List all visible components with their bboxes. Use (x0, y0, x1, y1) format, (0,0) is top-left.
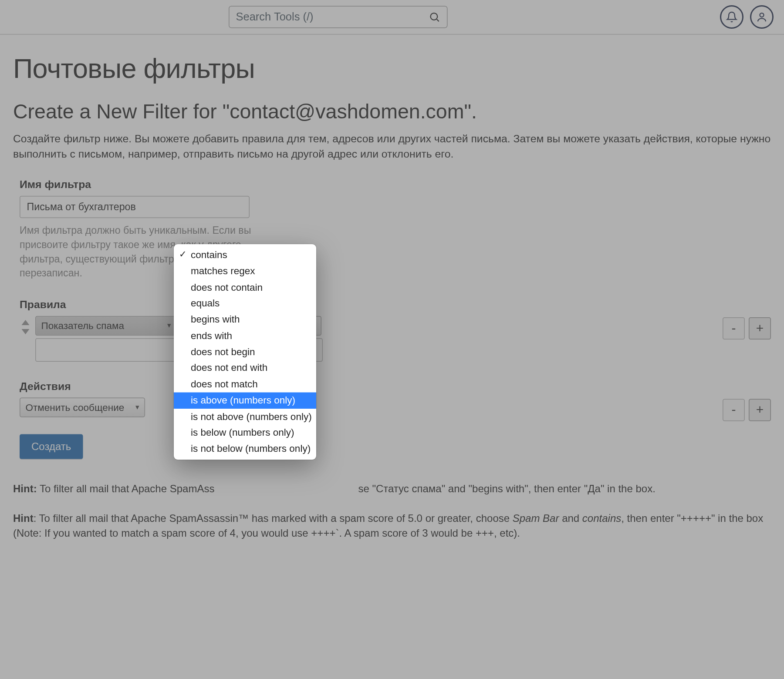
dropdown-option[interactable]: does not match (174, 376, 316, 392)
rule-add-button[interactable]: + (749, 317, 771, 340)
dropdown-option[interactable]: contains (174, 247, 316, 263)
rule-part-select[interactable]: Показатель спама ▾ (35, 316, 177, 336)
dropdown-option[interactable]: is not above (numbers only) (174, 408, 316, 424)
dropdown-option[interactable]: ends with (174, 328, 316, 344)
account-button[interactable] (750, 5, 774, 29)
header (0, 0, 784, 35)
rule-row: Показатель спама ▾ ▾ - + (20, 316, 771, 362)
rule-move-down[interactable] (22, 329, 30, 334)
svg-line-1 (437, 19, 439, 21)
dropdown-option[interactable]: does not contain (174, 279, 316, 295)
dropdown-option[interactable]: matches regex (174, 263, 316, 279)
rule-move-up[interactable] (22, 320, 30, 325)
chevron-down-icon: ▾ (135, 403, 139, 412)
search-icon (429, 11, 440, 23)
rule-operator-dropdown[interactable]: containsmatches regexdoes not containequ… (174, 244, 316, 460)
svg-point-2 (760, 13, 764, 17)
rules-label: Правила (20, 298, 771, 311)
actions-label: Действия (20, 380, 771, 393)
action-select[interactable]: Отменить сообщение ▾ (20, 397, 145, 417)
action-remove-button[interactable]: - (723, 399, 745, 421)
create-button[interactable]: Создать (20, 434, 83, 459)
dropdown-option[interactable]: does not end with (174, 360, 316, 376)
dropdown-option[interactable]: is above (numbers only) (174, 392, 316, 408)
bell-icon (726, 11, 738, 23)
dropdown-option[interactable]: equals (174, 295, 316, 311)
dropdown-option[interactable]: is below (numbers only) (174, 424, 316, 440)
filter-name-input[interactable] (20, 196, 250, 218)
dropdown-option[interactable]: is not below (numbers only) (174, 441, 316, 457)
dropdown-option[interactable]: does not begin (174, 344, 316, 360)
dropdown-option[interactable]: begins with (174, 312, 316, 328)
rule-part-value: Показатель спама (41, 320, 124, 332)
notifications-button[interactable] (720, 5, 743, 29)
user-icon (756, 11, 768, 23)
chevron-down-icon: ▾ (167, 322, 171, 330)
search-field[interactable] (229, 6, 448, 28)
svg-point-0 (431, 13, 438, 20)
page-subtitle: Create a New Filter for "contact@vashdom… (13, 100, 771, 124)
filter-name-label: Имя фильтра (20, 178, 771, 191)
action-value: Отменить сообщение (26, 402, 125, 413)
rule-remove-button[interactable]: - (723, 317, 745, 340)
page-description: Создайте фильтр ниже. Вы можете добавить… (13, 131, 771, 161)
hint-2: Hint: To filter all mail that Apache Spa… (13, 511, 771, 541)
search-input[interactable] (236, 10, 429, 24)
action-row: Отменить сообщение ▾ - + (20, 397, 771, 421)
action-add-button[interactable]: + (749, 399, 771, 421)
hint-1: Hint: To filter all mail that Apache Spa… (13, 481, 771, 496)
page-title: Почтовые фильтры (13, 53, 771, 84)
